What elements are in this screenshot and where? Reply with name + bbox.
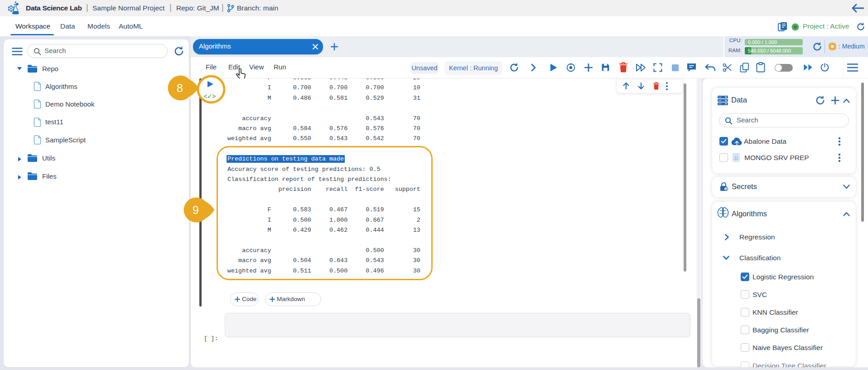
svg-text:9: 9 [193,204,199,216]
svg-text:8: 8 [177,82,183,94]
